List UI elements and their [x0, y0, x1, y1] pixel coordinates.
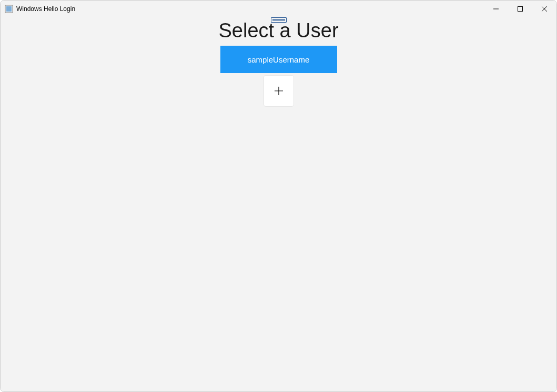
content-area: Select a User sampleUsername [1, 17, 556, 391]
svg-rect-3 [518, 7, 523, 12]
close-button[interactable] [532, 1, 556, 17]
titlebar: Windows Hello Login [1, 1, 556, 17]
window-frame: Windows Hello Login [0, 0, 557, 392]
user-button[interactable]: sampleUsername [220, 46, 337, 73]
window-title: Windows Hello Login [16, 5, 75, 13]
svg-rect-1 [6, 6, 12, 12]
minimize-button[interactable] [484, 1, 508, 17]
titlebar-left: Windows Hello Login [5, 5, 75, 13]
maximize-button[interactable] [508, 1, 532, 17]
add-user-button[interactable] [264, 75, 294, 107]
app-icon [5, 5, 13, 13]
window-controls [484, 1, 556, 17]
page-title: Select a User [218, 19, 338, 42]
